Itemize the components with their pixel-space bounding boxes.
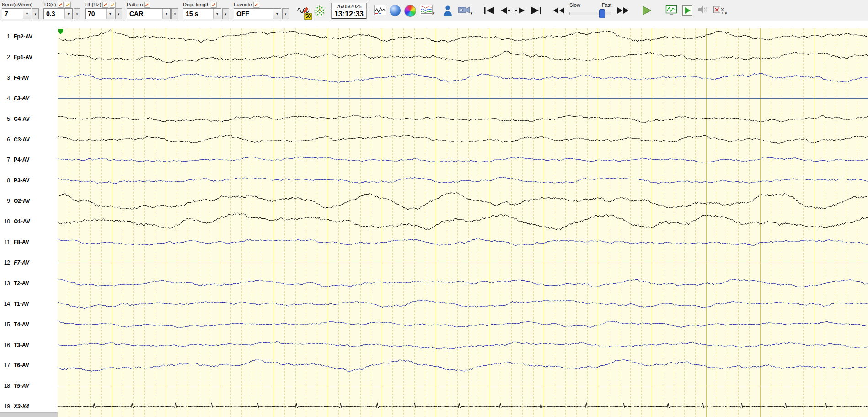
display-length-step-button[interactable]: ▾ (222, 8, 229, 19)
datetime-display: 26/05/2025 13:12:33 (331, 3, 367, 19)
channel-label[interactable]: Fp2-AV (14, 33, 32, 40)
channel-label[interactable]: F8-AV (14, 238, 29, 246)
channel-label[interactable]: C3-AV (14, 136, 30, 143)
head-3d-icon (390, 5, 401, 16)
high-filter-combobox[interactable]: 70 ▾ (85, 8, 114, 19)
skip-to-end-button[interactable] (530, 6, 543, 15)
montage-traces-icon (420, 5, 433, 15)
skip-to-start-button[interactable] (482, 6, 495, 15)
chevron-down-icon[interactable]: ▾ (213, 9, 221, 19)
sensitivity-combobox[interactable]: 7 ▾ (2, 8, 31, 19)
channel-number: 1 (0, 33, 10, 40)
chevron-down-icon[interactable]: ▾ (162, 9, 170, 19)
channel-row: 16T3-AV (0, 341, 29, 349)
montage-traces-button[interactable] (420, 5, 433, 15)
channel-number: 2 (0, 54, 10, 61)
channel-number: 11 (0, 238, 10, 246)
topography-map-icon (404, 5, 416, 17)
pattern-combobox[interactable]: CAR ▾ (127, 8, 171, 19)
channel-label[interactable]: T6-AV (14, 362, 29, 369)
channel-label[interactable]: Fp1-AV (14, 54, 32, 61)
edit-pencil-icon[interactable] (102, 2, 108, 8)
channel-label[interactable]: T4-AV (14, 321, 29, 328)
edit-pencil-icon[interactable] (58, 2, 64, 8)
channel-label[interactable]: T3-AV (14, 341, 29, 349)
time-constant-combobox[interactable]: 0.3 ▾ (43, 8, 73, 19)
review-play-icon (682, 5, 693, 16)
step-forward-icon (514, 6, 526, 15)
step-back-button[interactable] (499, 6, 511, 15)
head-3d-button[interactable] (390, 5, 401, 16)
review-play-button[interactable] (682, 5, 693, 16)
channel-label[interactable]: T2-AV (14, 280, 29, 287)
channel-label[interactable]: P3-AV (14, 177, 29, 184)
waveform-monitor-icon (665, 5, 677, 16)
channel-label[interactable]: O1-AV (14, 218, 30, 225)
audio-mute-button[interactable] (697, 5, 708, 14)
electrode-map-icon (314, 5, 326, 17)
play-button[interactable] (642, 5, 653, 16)
channel-row: 4F3-AV (0, 95, 29, 102)
fast-forward-button[interactable] (616, 6, 630, 15)
channel-label[interactable]: F3-AV (14, 95, 29, 102)
sensitivity-step-button[interactable]: ▾ (32, 8, 39, 19)
channel-label[interactable]: O2-AV (14, 197, 30, 205)
channel-row: 5C4-AV (0, 115, 30, 123)
favorite-combobox[interactable]: OFF ▾ (234, 8, 281, 19)
fast-rewind-button[interactable] (552, 6, 566, 15)
electrode-map-button[interactable] (314, 5, 326, 17)
skip-to-end-icon (530, 6, 543, 15)
channel-row: 2Fp1-AV (0, 54, 32, 61)
waveform-edit-button[interactable]: 50 (297, 4, 309, 17)
time-constant-label: TC(s) (43, 2, 56, 7)
chevron-down-icon[interactable]: ▾ (273, 9, 281, 19)
caret-down-icon[interactable]: ▾ (725, 11, 727, 16)
edit-pencil-icon[interactable] (211, 2, 217, 8)
favorite-step-button[interactable]: ▾ (282, 8, 289, 19)
patient-info-button[interactable] (443, 5, 452, 16)
caret-down-icon[interactable]: ▾ (471, 11, 473, 16)
time-constant-group: TC(s) 0.3 ▾ ▾ (43, 1, 80, 19)
high-filter-group: HF(Hz) 70 ▾ ▾ (85, 1, 122, 19)
channel-label[interactable]: T5-AV (14, 382, 29, 390)
display-length-combobox[interactable]: 15 s ▾ (183, 8, 221, 19)
channel-number: 16 (0, 341, 10, 349)
channel-number: 14 (0, 300, 10, 308)
channel-row: 19X3-X4 (0, 403, 29, 410)
chevron-down-icon[interactable]: ▾ (106, 9, 114, 19)
channel-label[interactable]: T1-AV (14, 300, 29, 308)
channel-label[interactable]: P4-AV (14, 156, 29, 163)
channel-row: 13T2-AV (0, 280, 29, 287)
channel-label[interactable]: C4-AV (14, 115, 30, 123)
date-text: 26/05/2025 (332, 3, 366, 10)
high-filter-step-button[interactable]: ▾ (115, 8, 122, 19)
chevron-down-icon[interactable]: ▾ (23, 9, 31, 19)
edit-pencil-icon[interactable] (110, 2, 116, 8)
waveform-pane: 1Fp2-AV2Fp1-AV3F4-AV4F3-AV5C4-AV6C3-AV7P… (0, 21, 868, 417)
edit-pencil-icon[interactable] (65, 2, 71, 8)
channel-number: 9 (0, 197, 10, 205)
caret-down-icon[interactable]: ▾ (433, 11, 435, 16)
channel-row: 14T1-AV (0, 300, 29, 308)
channel-label[interactable]: X3-X4 (14, 403, 29, 410)
step-forward-button[interactable] (514, 6, 526, 15)
channel-label[interactable]: F4-AV (14, 74, 29, 81)
speed-slider-handle[interactable] (599, 9, 605, 18)
electrode-check-button[interactable] (713, 5, 725, 15)
speed-slider[interactable]: Slow Fast (569, 2, 611, 15)
channel-label[interactable]: F7-AV (14, 259, 29, 266)
speaker-muted-icon (697, 5, 708, 14)
pattern-step-button[interactable]: ▾ (171, 8, 178, 19)
waveform-monitor-button[interactable] (665, 5, 677, 16)
video-camera-button[interactable] (458, 5, 471, 15)
eeg-waveform-canvas[interactable] (58, 21, 868, 417)
eeg-review-app: Sens(uV/mm) 7 ▾ ▾ TC(s) 0.3 ▾ ▾ (0, 0, 868, 417)
time-constant-step-button[interactable]: ▾ (74, 8, 80, 19)
speed-slider-track[interactable] (569, 12, 611, 15)
notch-filter-badge[interactable]: 50 (304, 13, 312, 20)
trend-graph-button[interactable] (374, 5, 386, 15)
chevron-down-icon[interactable]: ▾ (64, 9, 72, 19)
edit-pencil-icon[interactable] (253, 2, 259, 8)
topography-map-button[interactable] (404, 5, 416, 17)
edit-pencil-icon[interactable] (144, 2, 150, 8)
